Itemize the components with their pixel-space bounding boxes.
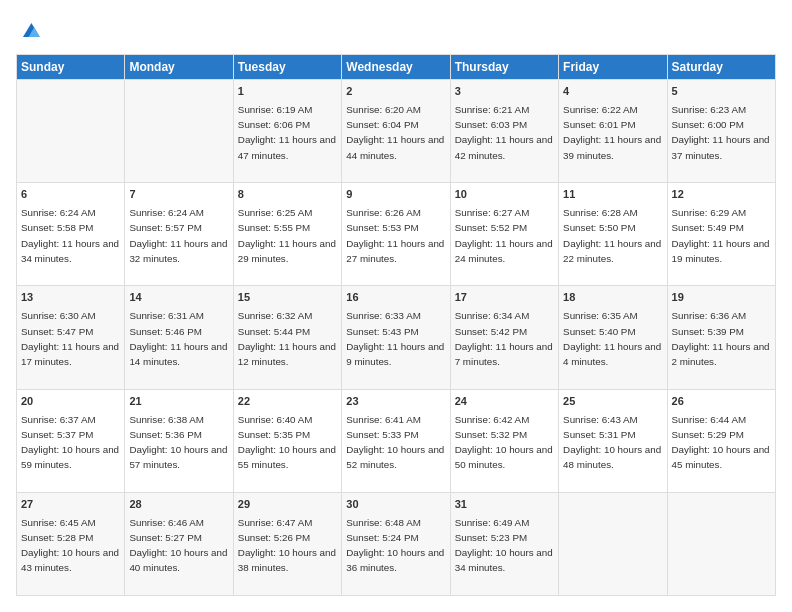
cell-sunset: Sunset: 5:23 PM <box>455 532 527 543</box>
calendar-cell: 14Sunrise: 6:31 AMSunset: 5:46 PMDayligh… <box>125 286 233 389</box>
calendar-cell: 20Sunrise: 6:37 AMSunset: 5:37 PMDayligh… <box>17 389 125 492</box>
cell-sunset: Sunset: 5:31 PM <box>563 429 635 440</box>
cell-daylight: Daylight: 11 hours and 37 minutes. <box>672 134 770 160</box>
cell-sunrise: Sunrise: 6:27 AM <box>455 207 530 218</box>
cell-sunrise: Sunrise: 6:22 AM <box>563 104 638 115</box>
day-number: 18 <box>563 290 662 306</box>
cell-sunrise: Sunrise: 6:49 AM <box>455 517 530 528</box>
cell-sunset: Sunset: 5:32 PM <box>455 429 527 440</box>
cell-daylight: Daylight: 11 hours and 22 minutes. <box>563 238 661 264</box>
calendar-cell: 25Sunrise: 6:43 AMSunset: 5:31 PMDayligh… <box>559 389 667 492</box>
day-number: 5 <box>672 84 771 100</box>
weekday-header: Monday <box>125 55 233 80</box>
cell-daylight: Daylight: 11 hours and 4 minutes. <box>563 341 661 367</box>
cell-sunset: Sunset: 5:37 PM <box>21 429 93 440</box>
cell-sunrise: Sunrise: 6:47 AM <box>238 517 313 528</box>
calendar-week-row: 27Sunrise: 6:45 AMSunset: 5:28 PMDayligh… <box>17 492 776 595</box>
cell-sunrise: Sunrise: 6:42 AM <box>455 414 530 425</box>
calendar-cell <box>559 492 667 595</box>
cell-sunrise: Sunrise: 6:29 AM <box>672 207 747 218</box>
calendar-cell: 3Sunrise: 6:21 AMSunset: 6:03 PMDaylight… <box>450 80 558 183</box>
cell-sunset: Sunset: 5:40 PM <box>563 326 635 337</box>
cell-sunset: Sunset: 5:57 PM <box>129 222 201 233</box>
day-number: 30 <box>346 497 445 513</box>
calendar-cell: 24Sunrise: 6:42 AMSunset: 5:32 PMDayligh… <box>450 389 558 492</box>
calendar-cell: 8Sunrise: 6:25 AMSunset: 5:55 PMDaylight… <box>233 183 341 286</box>
cell-daylight: Daylight: 11 hours and 24 minutes. <box>455 238 553 264</box>
calendar-cell: 1Sunrise: 6:19 AMSunset: 6:06 PMDaylight… <box>233 80 341 183</box>
cell-sunset: Sunset: 5:35 PM <box>238 429 310 440</box>
cell-sunrise: Sunrise: 6:36 AM <box>672 310 747 321</box>
day-number: 16 <box>346 290 445 306</box>
cell-daylight: Daylight: 11 hours and 32 minutes. <box>129 238 227 264</box>
cell-sunset: Sunset: 5:36 PM <box>129 429 201 440</box>
cell-sunset: Sunset: 6:06 PM <box>238 119 310 130</box>
cell-sunrise: Sunrise: 6:44 AM <box>672 414 747 425</box>
cell-sunrise: Sunrise: 6:43 AM <box>563 414 638 425</box>
cell-sunset: Sunset: 5:28 PM <box>21 532 93 543</box>
cell-daylight: Daylight: 11 hours and 14 minutes. <box>129 341 227 367</box>
cell-sunrise: Sunrise: 6:23 AM <box>672 104 747 115</box>
weekday-header: Wednesday <box>342 55 450 80</box>
day-number: 23 <box>346 394 445 410</box>
cell-sunset: Sunset: 5:43 PM <box>346 326 418 337</box>
calendar-cell: 11Sunrise: 6:28 AMSunset: 5:50 PMDayligh… <box>559 183 667 286</box>
cell-daylight: Daylight: 10 hours and 57 minutes. <box>129 444 227 470</box>
cell-daylight: Daylight: 10 hours and 55 minutes. <box>238 444 336 470</box>
calendar-cell: 7Sunrise: 6:24 AMSunset: 5:57 PMDaylight… <box>125 183 233 286</box>
cell-sunrise: Sunrise: 6:38 AM <box>129 414 204 425</box>
day-number: 1 <box>238 84 337 100</box>
cell-sunrise: Sunrise: 6:46 AM <box>129 517 204 528</box>
cell-sunrise: Sunrise: 6:37 AM <box>21 414 96 425</box>
cell-daylight: Daylight: 11 hours and 44 minutes. <box>346 134 444 160</box>
weekday-header: Friday <box>559 55 667 80</box>
calendar-cell: 19Sunrise: 6:36 AMSunset: 5:39 PMDayligh… <box>667 286 775 389</box>
cell-daylight: Daylight: 11 hours and 42 minutes. <box>455 134 553 160</box>
cell-sunrise: Sunrise: 6:21 AM <box>455 104 530 115</box>
day-number: 15 <box>238 290 337 306</box>
cell-daylight: Daylight: 11 hours and 7 minutes. <box>455 341 553 367</box>
calendar-cell: 26Sunrise: 6:44 AMSunset: 5:29 PMDayligh… <box>667 389 775 492</box>
logo <box>16 16 48 44</box>
cell-sunrise: Sunrise: 6:30 AM <box>21 310 96 321</box>
cell-sunrise: Sunrise: 6:35 AM <box>563 310 638 321</box>
day-number: 14 <box>129 290 228 306</box>
day-number: 19 <box>672 290 771 306</box>
calendar-cell: 21Sunrise: 6:38 AMSunset: 5:36 PMDayligh… <box>125 389 233 492</box>
cell-sunrise: Sunrise: 6:20 AM <box>346 104 421 115</box>
cell-daylight: Daylight: 11 hours and 17 minutes. <box>21 341 119 367</box>
cell-sunrise: Sunrise: 6:33 AM <box>346 310 421 321</box>
cell-sunset: Sunset: 6:01 PM <box>563 119 635 130</box>
cell-daylight: Daylight: 11 hours and 34 minutes. <box>21 238 119 264</box>
cell-sunset: Sunset: 5:29 PM <box>672 429 744 440</box>
cell-sunrise: Sunrise: 6:24 AM <box>21 207 96 218</box>
cell-sunrise: Sunrise: 6:32 AM <box>238 310 313 321</box>
calendar-cell: 28Sunrise: 6:46 AMSunset: 5:27 PMDayligh… <box>125 492 233 595</box>
day-number: 26 <box>672 394 771 410</box>
header <box>16 16 776 44</box>
cell-sunset: Sunset: 5:49 PM <box>672 222 744 233</box>
calendar-header-row: SundayMondayTuesdayWednesdayThursdayFrid… <box>17 55 776 80</box>
calendar-table: SundayMondayTuesdayWednesdayThursdayFrid… <box>16 54 776 596</box>
cell-sunset: Sunset: 6:04 PM <box>346 119 418 130</box>
cell-sunrise: Sunrise: 6:45 AM <box>21 517 96 528</box>
day-number: 9 <box>346 187 445 203</box>
day-number: 28 <box>129 497 228 513</box>
cell-sunrise: Sunrise: 6:24 AM <box>129 207 204 218</box>
cell-sunrise: Sunrise: 6:26 AM <box>346 207 421 218</box>
calendar-cell: 31Sunrise: 6:49 AMSunset: 5:23 PMDayligh… <box>450 492 558 595</box>
day-number: 2 <box>346 84 445 100</box>
day-number: 17 <box>455 290 554 306</box>
day-number: 3 <box>455 84 554 100</box>
cell-sunset: Sunset: 5:26 PM <box>238 532 310 543</box>
day-number: 6 <box>21 187 120 203</box>
calendar-cell <box>667 492 775 595</box>
cell-daylight: Daylight: 10 hours and 34 minutes. <box>455 547 553 573</box>
day-number: 11 <box>563 187 662 203</box>
logo-icon <box>16 16 44 44</box>
cell-sunset: Sunset: 5:42 PM <box>455 326 527 337</box>
cell-daylight: Daylight: 11 hours and 39 minutes. <box>563 134 661 160</box>
day-number: 21 <box>129 394 228 410</box>
calendar-week-row: 1Sunrise: 6:19 AMSunset: 6:06 PMDaylight… <box>17 80 776 183</box>
calendar-cell: 5Sunrise: 6:23 AMSunset: 6:00 PMDaylight… <box>667 80 775 183</box>
